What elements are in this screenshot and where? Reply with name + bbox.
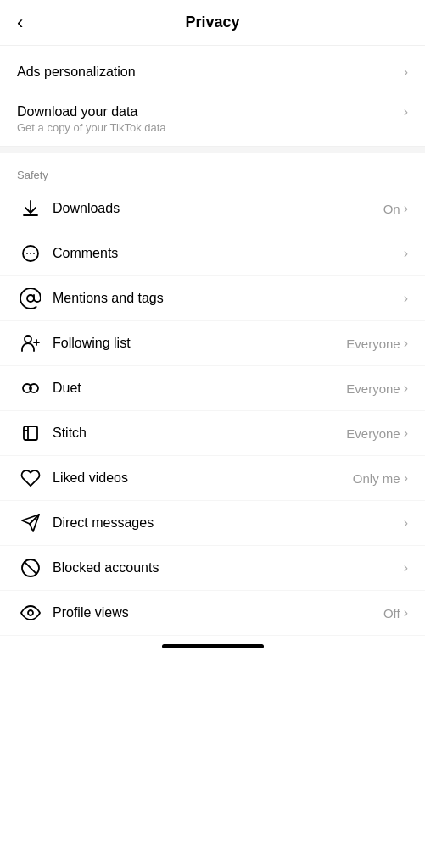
svg-rect-5 bbox=[24, 426, 37, 440]
download-your-data-item[interactable]: Download your data › Get a copy of your … bbox=[0, 92, 425, 147]
blocked-accounts-item[interactable]: Blocked accounts › bbox=[0, 546, 425, 591]
svg-point-10 bbox=[28, 610, 33, 615]
message-icon bbox=[17, 513, 44, 533]
back-button[interactable]: ‹ bbox=[14, 8, 26, 37]
stitch-label: Stitch bbox=[53, 426, 346, 441]
eye-icon bbox=[17, 603, 44, 623]
duet-item[interactable]: Duet Everyone › bbox=[0, 366, 425, 411]
download-your-data-chevron: › bbox=[404, 104, 408, 120]
liked-videos-chevron: › bbox=[404, 470, 408, 486]
ads-personalization-item[interactable]: Ads personalization › bbox=[0, 53, 425, 92]
home-indicator bbox=[0, 636, 425, 665]
download-your-data-subtitle: Get a copy of your TikTok data bbox=[17, 121, 408, 134]
safety-section-label: Safety bbox=[0, 153, 425, 186]
duet-label: Duet bbox=[53, 381, 346, 396]
mentions-and-tags-label: Mentions and tags bbox=[53, 291, 400, 306]
mentions-and-tags-item[interactable]: Mentions and tags › bbox=[0, 276, 425, 321]
svg-point-2 bbox=[25, 336, 31, 342]
svg-line-9 bbox=[25, 562, 36, 574]
download-icon bbox=[17, 198, 44, 219]
comment-icon bbox=[17, 243, 44, 264]
heart-icon bbox=[17, 468, 44, 488]
duet-icon bbox=[17, 378, 44, 398]
profile-views-label: Profile views bbox=[53, 605, 383, 620]
downloads-item[interactable]: Downloads On › bbox=[0, 186, 425, 231]
liked-videos-label: Liked videos bbox=[53, 470, 353, 486]
downloads-label: Downloads bbox=[53, 201, 383, 216]
blocked-accounts-label: Blocked accounts bbox=[53, 560, 400, 576]
duet-chevron: › bbox=[404, 381, 408, 396]
comments-label: Comments bbox=[53, 246, 400, 261]
ads-personalization-label: Ads personalization bbox=[17, 64, 136, 80]
section-divider bbox=[0, 147, 425, 153]
header: ‹ Privacy bbox=[0, 0, 425, 46]
stitch-icon bbox=[17, 423, 44, 443]
ads-personalization-chevron: › bbox=[404, 64, 408, 80]
downloads-chevron: › bbox=[404, 201, 408, 216]
home-bar bbox=[162, 644, 264, 648]
duet-value: Everyone bbox=[346, 381, 400, 396]
profile-views-item[interactable]: Profile views Off › bbox=[0, 591, 425, 636]
stitch-item[interactable]: Stitch Everyone › bbox=[0, 411, 425, 456]
block-icon bbox=[17, 558, 44, 578]
downloads-value: On bbox=[383, 202, 400, 216]
top-section: Ads personalization › Download your data… bbox=[0, 46, 425, 147]
safety-section: Safety Downloads On › Comments › Mention… bbox=[0, 153, 425, 636]
direct-messages-label: Direct messages bbox=[53, 515, 400, 531]
liked-videos-value: Only me bbox=[353, 471, 400, 486]
comments-item[interactable]: Comments › bbox=[0, 231, 425, 276]
mentions-and-tags-chevron: › bbox=[404, 291, 408, 306]
direct-messages-item[interactable]: Direct messages › bbox=[0, 501, 425, 546]
profile-views-value: Off bbox=[383, 606, 400, 620]
direct-messages-chevron: › bbox=[404, 515, 408, 531]
following-list-item[interactable]: Following list Everyone › bbox=[0, 321, 425, 366]
stitch-chevron: › bbox=[404, 426, 408, 441]
following-list-chevron: › bbox=[404, 336, 408, 351]
following-list-value: Everyone bbox=[346, 337, 400, 351]
stitch-value: Everyone bbox=[346, 426, 400, 441]
page-title: Privacy bbox=[185, 14, 239, 31]
profile-views-chevron: › bbox=[404, 605, 408, 620]
comments-chevron: › bbox=[404, 246, 408, 261]
blocked-accounts-chevron: › bbox=[404, 560, 408, 576]
following-list-label: Following list bbox=[53, 336, 346, 351]
following-icon bbox=[17, 333, 44, 353]
svg-point-1 bbox=[27, 295, 34, 302]
liked-videos-item[interactable]: Liked videos Only me › bbox=[0, 456, 425, 501]
download-your-data-label: Download your data bbox=[17, 104, 137, 120]
mention-icon bbox=[17, 288, 44, 309]
